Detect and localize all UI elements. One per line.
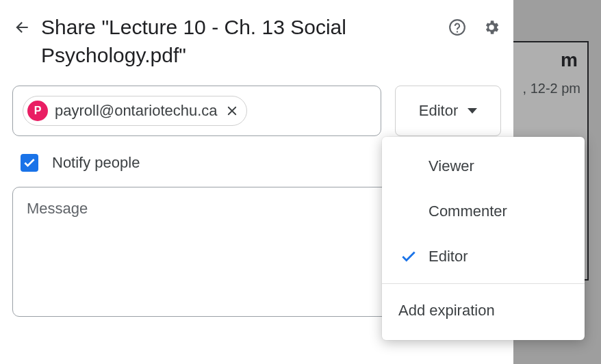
role-option-editor[interactable]: Editor — [382, 234, 585, 279]
check-slot — [398, 203, 419, 220]
notify-label: Notify people — [52, 154, 140, 172]
remove-recipient-button[interactable] — [225, 103, 240, 118]
help-icon — [448, 18, 466, 36]
settings-button[interactable] — [482, 18, 501, 37]
recipient-email: payroll@ontariotechu.ca — [55, 102, 218, 120]
gear-icon — [483, 18, 500, 36]
role-dropdown-button[interactable]: Editor — [395, 86, 501, 136]
role-option-commenter[interactable]: Commenter — [382, 189, 585, 234]
role-dropdown-label: Editor — [419, 102, 458, 120]
check-icon — [400, 248, 418, 265]
help-button[interactable] — [448, 18, 467, 37]
add-expiration-option[interactable]: Add expiration — [382, 288, 585, 333]
avatar: P — [27, 101, 48, 121]
role-option-viewer[interactable]: Viewer — [382, 144, 585, 189]
message-placeholder: Message — [27, 200, 88, 217]
arrow-left-icon — [13, 18, 31, 36]
check-slot — [398, 248, 419, 265]
notify-checkbox[interactable] — [21, 154, 38, 172]
underlying-time-fragment: , 12-2 pm — [523, 81, 580, 96]
dialog-title: Share "Lecture 10 - Ch. 13 Social Psycho… — [41, 14, 438, 69]
dialog-header: Share "Lecture 10 - Ch. 13 Social Psycho… — [12, 14, 501, 69]
role-menu: Viewer Commenter Editor Add expiration — [382, 137, 585, 340]
check-icon — [23, 156, 36, 170]
chevron-down-icon — [468, 108, 477, 114]
role-option-label: Commenter — [429, 203, 507, 220]
header-actions — [448, 18, 501, 37]
recipient-row: P payroll@ontariotechu.ca Editor — [12, 86, 501, 136]
role-option-label: Editor — [429, 248, 468, 265]
underlying-heading-fragment: m — [561, 49, 578, 71]
people-input[interactable]: P payroll@ontariotechu.ca — [12, 86, 381, 136]
menu-footer-label: Add expiration — [398, 302, 495, 320]
check-slot — [398, 158, 419, 174]
back-button[interactable] — [12, 18, 31, 37]
close-icon — [226, 105, 238, 117]
menu-separator — [382, 283, 585, 284]
role-option-label: Viewer — [429, 157, 474, 175]
recipient-chip: P payroll@ontariotechu.ca — [23, 96, 247, 126]
